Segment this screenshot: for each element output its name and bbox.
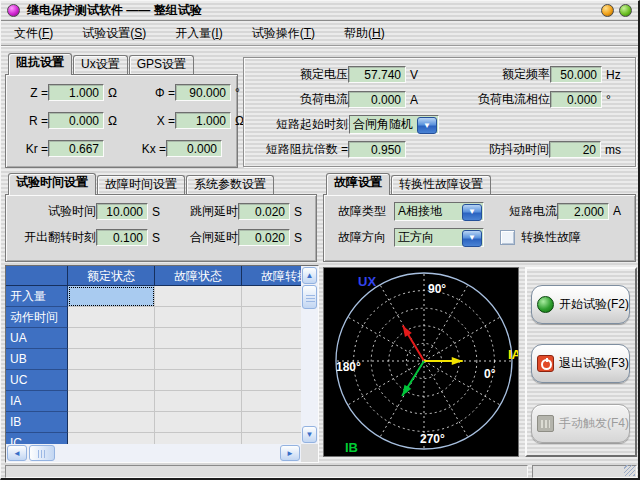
impedance-multiple-input[interactable]: 0.950 (348, 141, 406, 158)
convert-fault-checkbox[interactable] (500, 230, 515, 245)
menu-file[interactable]: 文件(F) (6, 22, 61, 45)
status-bar-right (532, 465, 637, 478)
chevron-down-icon[interactable] (462, 230, 482, 247)
table-cell[interactable] (155, 349, 242, 370)
resize-grip[interactable] (624, 465, 635, 476)
table-cell[interactable] (68, 433, 155, 444)
timing-tab-control: 试验时间设置 故障时间设置 系统参数设置 试验时间 10.000 S 跳闸延时 … (5, 173, 317, 262)
menubar: 文件(F) 试验设置(S) 开入量(I) 试验操作(T) 帮助(H) (1, 22, 638, 46)
tab-ux-settings[interactable]: Ux设置 (73, 55, 128, 74)
table-cell[interactable] (242, 370, 301, 391)
manual-trigger-button[interactable]: 手动触发(F4) (531, 404, 630, 443)
table-cell[interactable] (155, 370, 242, 391)
debounce-label: 防抖动时间 (431, 141, 549, 158)
trip-delay-input[interactable]: 0.020 (238, 203, 290, 220)
start-test-button[interactable]: 开始试验(F2) (531, 285, 630, 324)
table-cell[interactable] (242, 349, 301, 370)
table-cell[interactable] (155, 433, 242, 444)
trip-delay-label: 跳闸延时 (166, 203, 238, 220)
load-phase-unit: ° (602, 93, 628, 107)
menu-help[interactable]: 帮助(H) (336, 22, 393, 45)
short-start-combo[interactable]: 合闸角随机 (349, 115, 439, 134)
table-cell[interactable] (68, 391, 155, 412)
z-unit: Ω (104, 86, 117, 100)
test-time-unit: S (148, 205, 166, 219)
table-vertical-scrollbar[interactable] (301, 266, 318, 444)
table-cell[interactable] (242, 307, 301, 328)
table-horizontal-scrollbar[interactable] (6, 444, 301, 462)
menu-test-operation[interactable]: 试验操作(T) (244, 22, 323, 45)
flip-time-label: 开出翻转时刻 (12, 229, 96, 246)
tab-convert-fault-settings[interactable]: 转换性故障设置 (391, 175, 491, 194)
menu-binary-input[interactable]: 开入量(I) (167, 22, 230, 45)
chevron-down-icon[interactable] (302, 426, 317, 443)
tab-system-params[interactable]: 系统参数设置 (186, 175, 274, 194)
z-input[interactable]: 1.000 (48, 84, 104, 101)
chevron-left-icon[interactable] (7, 445, 27, 461)
table-cell[interactable] (68, 349, 155, 370)
rated-voltage-input[interactable]: 57.740 (348, 66, 406, 83)
row-header-0: 开入量 (6, 286, 68, 307)
table-cell[interactable] (242, 286, 301, 307)
table-cell[interactable] (242, 391, 301, 412)
test-time-input[interactable]: 10.000 (96, 203, 148, 220)
rated-frequency-input[interactable]: 50.000 (550, 66, 602, 83)
phi-input[interactable]: 90.000 (175, 84, 231, 101)
exit-test-label: 退出试验(F3) (559, 355, 629, 372)
r-input[interactable]: 0.000 (48, 112, 104, 129)
rated-frequency-label: 额定频率 (432, 66, 550, 83)
debounce-input[interactable]: 20 (549, 141, 601, 158)
impedance-multiple-label: 短路阻抗倍数 = (250, 141, 348, 158)
phasor-diagram: 90°180°270°0°UXIAIB (323, 267, 519, 457)
exit-test-button[interactable]: 退出试验(F3) (531, 344, 630, 383)
fault-direction-combo[interactable]: 正方向 (394, 228, 484, 247)
tab-gps-settings[interactable]: GPS设置 (129, 55, 194, 74)
table-cell[interactable] (242, 412, 301, 433)
table-cell[interactable] (155, 286, 242, 307)
chevron-down-icon[interactable] (417, 117, 437, 134)
fault-tab-control: 故障设置 转换性故障设置 故障类型 A相接地 短路电流 2.000 A 故障方向… (323, 173, 636, 262)
tab-fault-time[interactable]: 故障时间设置 (97, 175, 185, 194)
chevron-up-icon[interactable] (302, 267, 317, 284)
table-cell[interactable] (68, 286, 155, 307)
table-cell[interactable] (155, 328, 242, 349)
tab-test-time[interactable]: 试验时间设置 (8, 173, 96, 195)
impedance-page: Z = 1.000 Ω Φ = 90.000 ° R = 0.000 Ω X =… (5, 74, 238, 168)
table-cell[interactable] (155, 391, 242, 412)
system-parameters-groupbox: 额定电压 57.740 V 额定频率 50.000 Hz 负荷电流 0.000 … (243, 57, 636, 167)
row-header-2: UA (6, 328, 68, 349)
table-cell[interactable] (155, 307, 242, 328)
flip-time-input[interactable]: 0.100 (96, 229, 148, 246)
table-cell[interactable] (242, 433, 301, 444)
short-current-unit: A (609, 204, 621, 218)
table-corner-cell (6, 266, 68, 286)
table-cell[interactable] (242, 328, 301, 349)
chevron-down-icon[interactable] (462, 204, 482, 221)
table-cell[interactable] (68, 328, 155, 349)
fault-page: 故障类型 A相接地 短路电流 2.000 A 故障方向 正方向 转换性故障 (323, 194, 636, 262)
fault-type-combo[interactable]: A相接地 (394, 202, 484, 221)
kr-input[interactable]: 0.667 (48, 140, 104, 157)
fault-type-label: 故障类型 (334, 203, 386, 220)
close-button[interactable] (619, 4, 632, 17)
tab-impedance-settings[interactable]: 阻抗设置 (8, 53, 72, 75)
row-header-4: UC (6, 370, 68, 391)
horizontal-scroll-thumb[interactable] (29, 445, 55, 461)
close-delay-input[interactable]: 0.020 (238, 229, 290, 246)
load-phase-input[interactable]: 0.000 (550, 91, 602, 108)
tab-fault-settings[interactable]: 故障设置 (326, 173, 390, 195)
load-current-input[interactable]: 0.000 (348, 91, 406, 108)
minimize-button[interactable] (601, 4, 614, 17)
table-cell[interactable] (68, 412, 155, 433)
titlebar: 继电保护测试软件 —— 整组试验 (1, 1, 638, 21)
table-cell[interactable] (155, 412, 242, 433)
x-input[interactable]: 1.000 (175, 112, 231, 129)
kx-input[interactable]: 0.000 (166, 140, 222, 157)
chevron-right-icon[interactable] (280, 445, 300, 461)
svg-text:180°: 180° (336, 360, 361, 374)
table-cell[interactable] (68, 370, 155, 391)
short-current-input[interactable]: 2.000 (557, 203, 609, 220)
table-cell[interactable] (68, 307, 155, 328)
vertical-scroll-thumb[interactable] (302, 285, 317, 309)
menu-test-settings[interactable]: 试验设置(S) (74, 22, 154, 45)
